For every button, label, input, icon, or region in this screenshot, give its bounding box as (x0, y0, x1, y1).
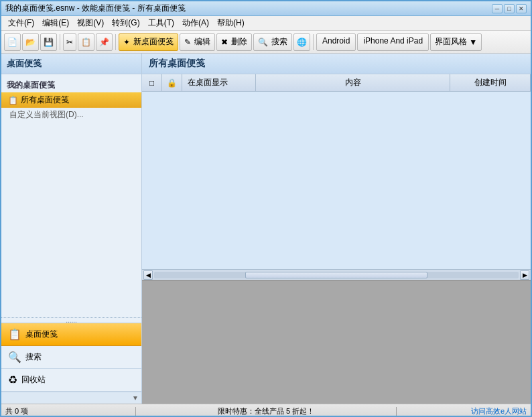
custom-view-item[interactable]: 自定义当前视图(D)... (1, 108, 141, 122)
scroll-left-arrow[interactable]: ◀ (143, 270, 153, 280)
close-button[interactable]: ✕ (516, 4, 527, 13)
maximize-button[interactable]: □ (504, 4, 515, 13)
paste-icon: 📌 (99, 37, 109, 47)
toolbar-icon-new-small[interactable]: 📄 (4, 33, 21, 51)
table-area: □ 🔒 在桌面显示 内容 创建时间 ◀ (142, 74, 531, 280)
folder-open-icon: 📂 (25, 37, 36, 47)
iphone-button[interactable]: iPhone And iPad (357, 33, 429, 51)
preview-area (142, 280, 531, 404)
toolbar-sep-1 (60, 34, 60, 50)
style-label: 界面风格 (435, 36, 467, 48)
status-link[interactable]: 访问高效e人网站 (471, 406, 527, 416)
menu-file[interactable]: 文件(F) (4, 16, 38, 30)
minimize-button[interactable]: ─ (492, 4, 503, 13)
title-bar: 我的桌面便笺.esnw - 效能桌面便笺 - 所有桌面便笺 ─ □ ✕ (1, 1, 531, 16)
th-content-label: 内容 (345, 77, 361, 88)
th-icon: □ (142, 74, 162, 91)
th-content[interactable]: 内容 (256, 74, 450, 91)
cut-icon: ✂ (66, 37, 73, 47)
sidebar-tree: 我的桌面便笺 📋 所有桌面便笺 自定义当前视图(D)... (1, 74, 141, 317)
scroll-right-arrow[interactable]: ▶ (520, 270, 529, 280)
delete-label: 删除 (231, 36, 247, 48)
delete-button[interactable]: ✖ 删除 (216, 33, 252, 51)
toolbar: 📄 📂 💾 ✂ 📋 📌 ✦ 新桌面便笺 ✎ 编辑 ✖ 删除 🔍 搜索 🌐 And… (1, 31, 531, 54)
all-notes-label: 所有桌面便笺 (21, 94, 69, 106)
menu-edit[interactable]: 编辑(E) (38, 16, 73, 30)
table-body (142, 92, 531, 269)
status-sep-2 (396, 407, 397, 416)
all-notes-item[interactable]: 📋 所有桌面便笺 (1, 92, 141, 108)
sidebar: 桌面便笺 我的桌面便笺 📋 所有桌面便笺 自定义当前视图(D)... .....… (1, 54, 142, 404)
nav-notes-label: 桌面便笺 (25, 329, 58, 340)
edit-label: 编辑 (194, 36, 210, 48)
toolbar-icon-copy[interactable]: 📋 (78, 33, 94, 51)
th-pin-label: 🔒 (167, 78, 177, 88)
nav-search-label: 搜索 (25, 351, 42, 363)
toolbar-icon-save[interactable]: 💾 (40, 33, 57, 51)
new-note-button[interactable]: ✦ 新桌面便笺 (119, 33, 178, 51)
toolbar-sep-2 (115, 34, 116, 50)
status-center: 限时特惠：全线产品 5 折起！ (139, 406, 393, 416)
search-label: 搜索 (271, 36, 287, 48)
notes-nav-icon: 📋 (8, 328, 21, 341)
table-header: □ 🔒 在桌面显示 内容 创建时间 (142, 74, 531, 92)
android-button[interactable]: Android (316, 33, 356, 51)
toolbar-sep-3 (313, 34, 314, 50)
sidebar-nav: 📋 桌面便笺 🔍 搜索 ♻ 回收站 (1, 323, 141, 392)
sidebar-divider: ...... (1, 317, 141, 323)
toolbar-icon-globe[interactable]: 🌐 (293, 33, 310, 51)
my-notes-section: 我的桌面便笺 (1, 77, 141, 92)
title-controls: ─ □ ✕ (492, 4, 527, 13)
nav-item-search[interactable]: 🔍 搜索 (1, 346, 141, 369)
sidebar-footer: ▼ (1, 392, 141, 404)
th-time[interactable]: 创建时间 (450, 74, 531, 91)
horizontal-scrollbar[interactable]: ◀ ▶ (142, 269, 531, 280)
search-button[interactable]: 🔍 搜索 (253, 33, 292, 51)
edit-button[interactable]: ✎ 编辑 (180, 33, 215, 51)
new-note-label: 新桌面便笺 (133, 36, 174, 48)
plus-icon: ✦ (123, 37, 130, 47)
title-text: 我的桌面便笺.esnw - 效能桌面便笺 - 所有桌面便笺 (5, 3, 186, 14)
menu-tools[interactable]: 工具(T) (144, 16, 178, 30)
status-right: 访问高效e人网站 (399, 406, 527, 416)
edit-icon: ✎ (184, 37, 191, 47)
page-new-icon: 📄 (7, 37, 17, 47)
th-display-label: 在桌面显示 (188, 77, 228, 88)
toolbar-icon-open[interactable]: 📂 (22, 33, 39, 51)
scroll-thumb[interactable] (245, 272, 427, 278)
sidebar-collapse-icon[interactable]: ▼ (132, 394, 139, 402)
status-sep-1 (135, 407, 136, 416)
toolbar-icon-cut[interactable]: ✂ (63, 33, 76, 51)
content-header: 所有桌面便笺 (142, 54, 531, 74)
globe-icon: 🌐 (297, 37, 307, 47)
chevron-down-icon: ▼ (469, 37, 477, 47)
menu-help[interactable]: 帮助(H) (213, 16, 249, 30)
sidebar-header: 桌面便笺 (1, 54, 141, 74)
nav-item-recycle[interactable]: ♻ 回收站 (1, 369, 141, 392)
copy-icon: 📋 (81, 37, 91, 47)
status-promo: 限时特惠：全线产品 5 折起！ (218, 406, 314, 416)
main-layout: 桌面便笺 我的桌面便笺 📋 所有桌面便笺 自定义当前视图(D)... .....… (1, 54, 531, 404)
menu-goto[interactable]: 转到(G) (108, 16, 143, 30)
nav-item-notes[interactable]: 📋 桌面便笺 (1, 323, 141, 346)
menu-view[interactable]: 视图(V) (73, 16, 108, 30)
status-left: 共 0 项 (5, 406, 133, 416)
th-icon-label: □ (149, 78, 154, 88)
menu-actions[interactable]: 动作(A) (178, 16, 213, 30)
scroll-track[interactable] (154, 272, 519, 278)
save-icon: 💾 (44, 37, 54, 47)
toolbar-icon-paste[interactable]: 📌 (96, 33, 113, 51)
delete-icon: ✖ (221, 37, 228, 47)
status-bar: 共 0 项 限时特惠：全线产品 5 折起！ 访问高效e人网站 (1, 404, 531, 417)
recycle-nav-icon: ♻ (8, 373, 17, 386)
th-display[interactable]: 在桌面显示 (182, 74, 256, 91)
th-time-label: 创建时间 (474, 77, 507, 88)
style-button[interactable]: 界面风格 ▼ (430, 33, 482, 51)
search-icon: 🔍 (258, 37, 268, 47)
status-count: 共 0 项 (5, 406, 28, 416)
note-icon: 📋 (8, 96, 18, 105)
nav-recycle-label: 回收站 (21, 374, 46, 386)
menu-bar: 文件(F) 编辑(E) 视图(V) 转到(G) 工具(T) 动作(A) 帮助(H… (1, 16, 531, 31)
search-nav-icon: 🔍 (8, 351, 21, 363)
content-area: 所有桌面便笺 □ 🔒 在桌面显示 内容 创建时间 (142, 54, 531, 404)
